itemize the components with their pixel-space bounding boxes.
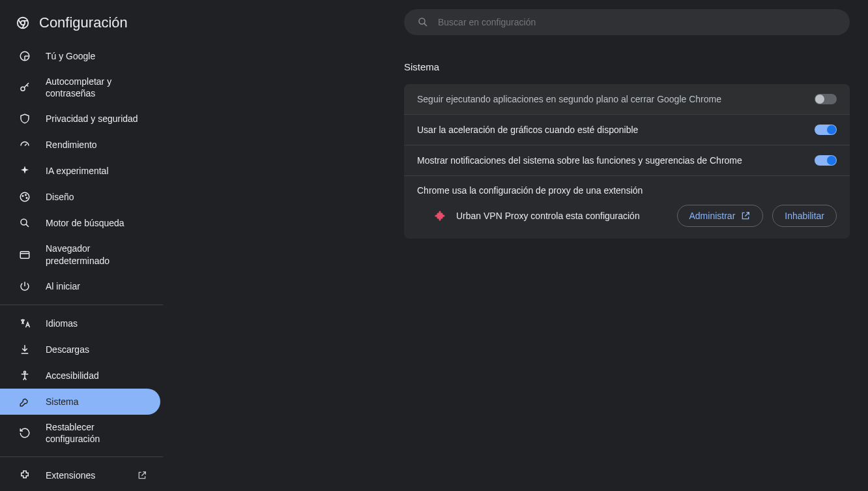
sidebar-item-label: Rendimiento xyxy=(46,139,97,151)
settings-card: Seguir ejecutando aplicaciones en segund… xyxy=(404,84,850,239)
sidebar-item-label: Diseño xyxy=(46,191,74,203)
sidebar-item-design[interactable]: Diseño xyxy=(0,184,160,210)
setting-label: Mostrar notificaciones del sistema sobre… xyxy=(417,155,742,166)
translate-icon xyxy=(18,317,31,330)
manage-button-label: Administrar xyxy=(689,211,736,221)
extension-name: Urban VPN Proxy controla esta configurac… xyxy=(456,211,668,221)
toggle-graphics[interactable] xyxy=(815,125,837,135)
setting-row-proxy: Chrome usa la configuración de proxy de … xyxy=(404,176,850,239)
main: Sistema Seguir ejecutando aplicaciones e… xyxy=(163,0,868,491)
nav-group-0: Tú y Google Autocompletar y contraseñas … xyxy=(0,43,163,299)
sidebar-item-label: Sistema xyxy=(46,396,79,408)
sidebar-header: Configuración xyxy=(0,9,163,43)
sidebar-item-you-and-google[interactable]: Tú y Google xyxy=(0,43,160,69)
nav-group-2: Extensiones Acerca de Chrome xyxy=(0,462,163,491)
sidebar: Configuración Tú y Google Autocompletar … xyxy=(0,0,163,491)
setting-row-notifications: Mostrar notificaciones del sistema sobre… xyxy=(404,145,850,176)
search-icon xyxy=(417,16,429,28)
svg-point-3 xyxy=(21,87,25,91)
content: Sistema Seguir ejecutando aplicaciones e… xyxy=(404,61,850,239)
section-title: Sistema xyxy=(404,61,850,72)
toggle-notifications[interactable] xyxy=(815,155,837,166)
svg-point-4 xyxy=(20,193,29,202)
svg-point-13 xyxy=(419,18,425,24)
open-external-icon xyxy=(740,211,751,221)
sidebar-item-languages[interactable]: Idiomas xyxy=(0,310,160,336)
toggle-background-apps[interactable] xyxy=(815,94,837,104)
power-icon xyxy=(18,280,31,293)
svg-point-7 xyxy=(26,198,27,199)
sidebar-item-label: Extensiones xyxy=(46,469,95,481)
wrench-icon xyxy=(18,395,31,408)
disable-button[interactable]: Inhabilitar xyxy=(772,205,837,227)
setting-row-background-apps: Seguir ejecutando aplicaciones en segund… xyxy=(404,84,850,115)
setting-row-graphics: Usar la aceleración de gráficos cuando e… xyxy=(404,115,850,145)
setting-label: Seguir ejecutando aplicaciones en segund… xyxy=(417,94,721,104)
extension-icon xyxy=(433,209,447,223)
page-title: Configuración xyxy=(39,14,128,31)
sidebar-item-label: Navegador predeterminado xyxy=(46,243,147,266)
sparkle-icon xyxy=(18,164,31,177)
extension-icon xyxy=(18,469,31,482)
sidebar-item-label: Accesibilidad xyxy=(46,370,99,381)
chrome-icon xyxy=(16,16,30,30)
svg-point-8 xyxy=(21,219,27,225)
sidebar-item-system[interactable]: Sistema xyxy=(0,389,160,415)
sidebar-item-label: Tú y Google xyxy=(46,50,95,62)
sidebar-item-on-startup[interactable]: Al iniciar xyxy=(0,273,160,299)
sidebar-item-label: Descargas xyxy=(46,344,89,355)
sidebar-item-performance[interactable]: Rendimiento xyxy=(0,132,160,158)
svg-rect-9 xyxy=(20,251,29,258)
sidebar-item-label: Restablecer configuración xyxy=(46,421,147,445)
sidebar-item-ai[interactable]: IA experimental xyxy=(0,158,160,184)
proxy-row: Urban VPN Proxy controla esta configurac… xyxy=(417,205,837,227)
sidebar-item-label: Al iniciar xyxy=(46,280,80,292)
search-input[interactable] xyxy=(438,17,837,27)
sidebar-item-label: Privacidad y seguridad xyxy=(46,113,138,125)
divider xyxy=(0,456,163,457)
svg-point-5 xyxy=(22,196,23,197)
sidebar-item-privacy[interactable]: Privacidad y seguridad xyxy=(0,106,160,132)
key-icon xyxy=(18,81,31,94)
disable-button-label: Inhabilitar xyxy=(785,211,824,221)
sidebar-item-accessibility[interactable]: Accesibilidad xyxy=(0,363,160,389)
svg-point-6 xyxy=(25,195,27,196)
sidebar-item-label: Autocompletar y contraseñas xyxy=(46,76,147,99)
proxy-label: Chrome usa la configuración de proxy de … xyxy=(417,185,837,196)
manage-button[interactable]: Administrar xyxy=(677,205,764,227)
sidebar-item-downloads[interactable]: Descargas xyxy=(0,336,160,363)
divider xyxy=(0,305,163,305)
shield-icon xyxy=(18,112,31,125)
svg-point-10 xyxy=(24,371,26,373)
sidebar-item-label: IA experimental xyxy=(46,165,109,177)
sidebar-item-reset[interactable]: Restablecer configuración xyxy=(0,415,160,451)
sidebar-item-search-engine[interactable]: Motor de búsqueda xyxy=(0,210,160,236)
accessibility-icon xyxy=(18,369,31,382)
sidebar-item-label: Motor de búsqueda xyxy=(46,217,124,229)
restore-icon xyxy=(18,426,31,439)
open-external-icon xyxy=(137,470,147,481)
sidebar-item-label: Idiomas xyxy=(46,318,78,329)
sidebar-item-default-browser[interactable]: Navegador predeterminado xyxy=(0,236,160,273)
search-icon xyxy=(18,216,31,230)
search-bar[interactable] xyxy=(404,9,850,35)
speed-icon xyxy=(18,138,31,151)
sidebar-item-extensions[interactable]: Extensiones xyxy=(0,462,160,488)
window-icon xyxy=(18,248,31,261)
sidebar-item-autofill[interactable]: Autocompletar y contraseñas xyxy=(0,69,160,106)
sidebar-item-about[interactable]: Acerca de Chrome xyxy=(0,488,160,491)
palette-icon xyxy=(18,190,31,203)
download-icon xyxy=(18,343,31,356)
setting-label: Usar la aceleración de gráficos cuando e… xyxy=(417,125,638,135)
google-icon xyxy=(18,50,31,63)
nav-group-1: Idiomas Descargas Accesibilidad Sistema … xyxy=(0,310,163,451)
